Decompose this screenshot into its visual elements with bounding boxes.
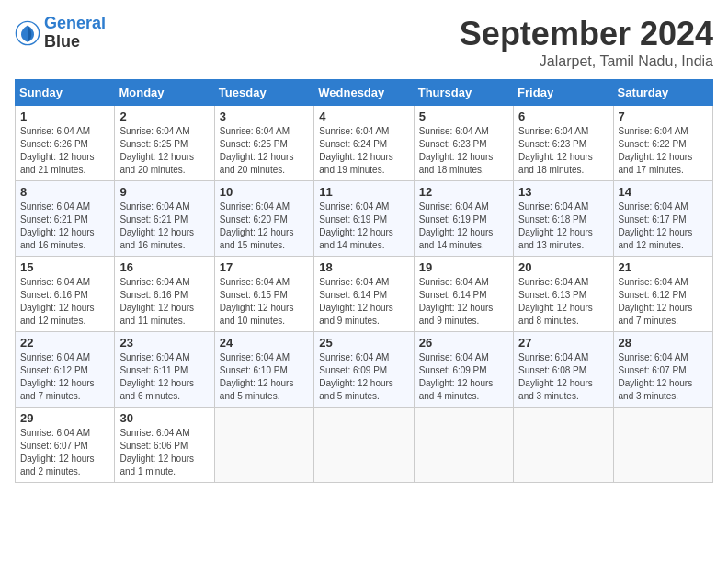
cell-sun-info: Sunrise: 6:04 AM Sunset: 6:19 PM Dayligh… [319, 201, 408, 252]
day-number: 27 [518, 336, 608, 350]
calendar-body: 1Sunrise: 6:04 AM Sunset: 6:26 PM Daylig… [16, 106, 713, 483]
day-number: 13 [518, 185, 608, 199]
day-number: 21 [619, 260, 708, 274]
calendar-cell: 3Sunrise: 6:04 AM Sunset: 6:25 PM Daylig… [214, 106, 313, 181]
day-number: 30 [119, 411, 209, 425]
calendar-cell: 20Sunrise: 6:04 AM Sunset: 6:13 PM Dayli… [514, 257, 613, 332]
day-number: 23 [119, 336, 209, 350]
cell-sun-info: Sunrise: 6:04 AM Sunset: 6:12 PM Dayligh… [20, 351, 109, 403]
calendar-cell: 16Sunrise: 6:04 AM Sunset: 6:16 PM Dayli… [115, 257, 214, 332]
cell-sun-info: Sunrise: 6:04 AM Sunset: 6:15 PM Dayligh… [220, 276, 309, 327]
calendar-cell [414, 408, 513, 483]
cell-sun-info: Sunrise: 6:04 AM Sunset: 6:19 PM Dayligh… [419, 201, 508, 252]
cell-sun-info: Sunrise: 6:04 AM Sunset: 6:07 PM Dayligh… [619, 351, 708, 403]
calendar-week-row: 22Sunrise: 6:04 AM Sunset: 6:12 PM Dayli… [16, 332, 713, 408]
cell-sun-info: Sunrise: 6:04 AM Sunset: 6:08 PM Dayligh… [518, 351, 608, 403]
day-number: 1 [20, 109, 109, 123]
cell-sun-info: Sunrise: 6:04 AM Sunset: 6:22 PM Dayligh… [619, 125, 708, 177]
calendar-cell: 17Sunrise: 6:04 AM Sunset: 6:15 PM Dayli… [214, 257, 313, 332]
calendar-cell: 22Sunrise: 6:04 AM Sunset: 6:12 PM Dayli… [16, 332, 115, 408]
title-block: September 2024 Jalarpet, Tamil Nadu, Ind… [460, 15, 713, 70]
weekday-header-sunday: Sunday [16, 80, 115, 106]
weekday-header-friday: Friday [514, 80, 613, 106]
day-number: 25 [319, 336, 408, 350]
cell-sun-info: Sunrise: 6:04 AM Sunset: 6:16 PM Dayligh… [119, 276, 209, 327]
calendar-cell: 1Sunrise: 6:04 AM Sunset: 6:26 PM Daylig… [16, 106, 115, 181]
page-header: General Blue September 2024 Jalarpet, Ta… [15, 15, 713, 70]
calendar-week-row: 15Sunrise: 6:04 AM Sunset: 6:16 PM Dayli… [16, 257, 713, 332]
cell-sun-info: Sunrise: 6:04 AM Sunset: 6:17 PM Dayligh… [619, 201, 708, 252]
weekday-header-saturday: Saturday [613, 80, 712, 106]
weekday-header-wednesday: Wednesday [314, 80, 414, 106]
cell-sun-info: Sunrise: 6:04 AM Sunset: 6:13 PM Dayligh… [518, 276, 608, 327]
calendar-cell: 5Sunrise: 6:04 AM Sunset: 6:23 PM Daylig… [414, 106, 513, 181]
logo: General Blue [15, 15, 106, 52]
calendar-cell: 11Sunrise: 6:04 AM Sunset: 6:19 PM Dayli… [314, 181, 414, 257]
calendar-header-row: SundayMondayTuesdayWednesdayThursdayFrid… [16, 80, 713, 106]
calendar-cell: 28Sunrise: 6:04 AM Sunset: 6:07 PM Dayli… [613, 332, 712, 408]
weekday-header-monday: Monday [115, 80, 214, 106]
day-number: 14 [619, 185, 708, 199]
calendar-week-row: 29Sunrise: 6:04 AM Sunset: 6:07 PM Dayli… [16, 408, 713, 483]
logo-text: General Blue [44, 15, 106, 52]
cell-sun-info: Sunrise: 6:04 AM Sunset: 6:06 PM Dayligh… [119, 427, 209, 478]
calendar-cell: 14Sunrise: 6:04 AM Sunset: 6:17 PM Dayli… [613, 181, 712, 257]
day-number: 18 [319, 260, 408, 274]
calendar-cell: 24Sunrise: 6:04 AM Sunset: 6:10 PM Dayli… [214, 332, 313, 408]
cell-sun-info: Sunrise: 6:04 AM Sunset: 6:12 PM Dayligh… [619, 276, 708, 327]
cell-sun-info: Sunrise: 6:04 AM Sunset: 6:25 PM Dayligh… [119, 125, 209, 177]
day-number: 5 [419, 109, 508, 123]
weekday-header-thursday: Thursday [414, 80, 513, 106]
calendar-cell: 8Sunrise: 6:04 AM Sunset: 6:21 PM Daylig… [16, 181, 115, 257]
calendar-cell [613, 408, 712, 483]
day-number: 4 [319, 109, 408, 123]
cell-sun-info: Sunrise: 6:04 AM Sunset: 6:14 PM Dayligh… [419, 276, 508, 327]
cell-sun-info: Sunrise: 6:04 AM Sunset: 6:07 PM Dayligh… [20, 427, 109, 478]
day-number: 24 [220, 336, 309, 350]
calendar-cell: 19Sunrise: 6:04 AM Sunset: 6:14 PM Dayli… [414, 257, 513, 332]
calendar-cell [214, 408, 313, 483]
day-number: 11 [319, 185, 408, 199]
weekday-header-tuesday: Tuesday [214, 80, 313, 106]
calendar-cell [514, 408, 613, 483]
cell-sun-info: Sunrise: 6:04 AM Sunset: 6:10 PM Dayligh… [220, 351, 309, 403]
calendar-cell: 18Sunrise: 6:04 AM Sunset: 6:14 PM Dayli… [314, 257, 414, 332]
day-number: 8 [20, 185, 109, 199]
day-number: 20 [518, 260, 608, 274]
cell-sun-info: Sunrise: 6:04 AM Sunset: 6:20 PM Dayligh… [220, 201, 309, 252]
day-number: 15 [20, 260, 109, 274]
day-number: 28 [619, 336, 708, 350]
cell-sun-info: Sunrise: 6:04 AM Sunset: 6:21 PM Dayligh… [119, 201, 209, 252]
logo-icon [15, 20, 40, 46]
cell-sun-info: Sunrise: 6:04 AM Sunset: 6:24 PM Dayligh… [319, 125, 408, 177]
cell-sun-info: Sunrise: 6:04 AM Sunset: 6:14 PM Dayligh… [319, 276, 408, 327]
calendar-cell: 26Sunrise: 6:04 AM Sunset: 6:09 PM Dayli… [414, 332, 513, 408]
day-number: 3 [220, 109, 309, 123]
day-number: 6 [518, 109, 608, 123]
calendar-cell: 9Sunrise: 6:04 AM Sunset: 6:21 PM Daylig… [115, 181, 214, 257]
day-number: 29 [20, 411, 109, 425]
cell-sun-info: Sunrise: 6:04 AM Sunset: 6:18 PM Dayligh… [518, 201, 608, 252]
calendar-cell: 7Sunrise: 6:04 AM Sunset: 6:22 PM Daylig… [613, 106, 712, 181]
calendar-cell: 15Sunrise: 6:04 AM Sunset: 6:16 PM Dayli… [16, 257, 115, 332]
cell-sun-info: Sunrise: 6:04 AM Sunset: 6:23 PM Dayligh… [518, 125, 608, 177]
calendar-cell [314, 408, 414, 483]
day-number: 2 [119, 109, 209, 123]
location-subtitle: Jalarpet, Tamil Nadu, India [460, 53, 713, 70]
calendar-cell: 29Sunrise: 6:04 AM Sunset: 6:07 PM Dayli… [16, 408, 115, 483]
month-title: September 2024 [460, 15, 713, 53]
day-number: 7 [619, 109, 708, 123]
calendar-cell: 12Sunrise: 6:04 AM Sunset: 6:19 PM Dayli… [414, 181, 513, 257]
day-number: 17 [220, 260, 309, 274]
calendar-cell: 23Sunrise: 6:04 AM Sunset: 6:11 PM Dayli… [115, 332, 214, 408]
cell-sun-info: Sunrise: 6:04 AM Sunset: 6:21 PM Dayligh… [20, 201, 109, 252]
calendar-table: SundayMondayTuesdayWednesdayThursdayFrid… [15, 79, 713, 483]
logo-line2: Blue [44, 33, 106, 52]
calendar-cell: 6Sunrise: 6:04 AM Sunset: 6:23 PM Daylig… [514, 106, 613, 181]
cell-sun-info: Sunrise: 6:04 AM Sunset: 6:09 PM Dayligh… [319, 351, 408, 403]
calendar-cell: 25Sunrise: 6:04 AM Sunset: 6:09 PM Dayli… [314, 332, 414, 408]
day-number: 9 [119, 185, 209, 199]
calendar-cell: 2Sunrise: 6:04 AM Sunset: 6:25 PM Daylig… [115, 106, 214, 181]
calendar-cell: 13Sunrise: 6:04 AM Sunset: 6:18 PM Dayli… [514, 181, 613, 257]
cell-sun-info: Sunrise: 6:04 AM Sunset: 6:09 PM Dayligh… [419, 351, 508, 403]
